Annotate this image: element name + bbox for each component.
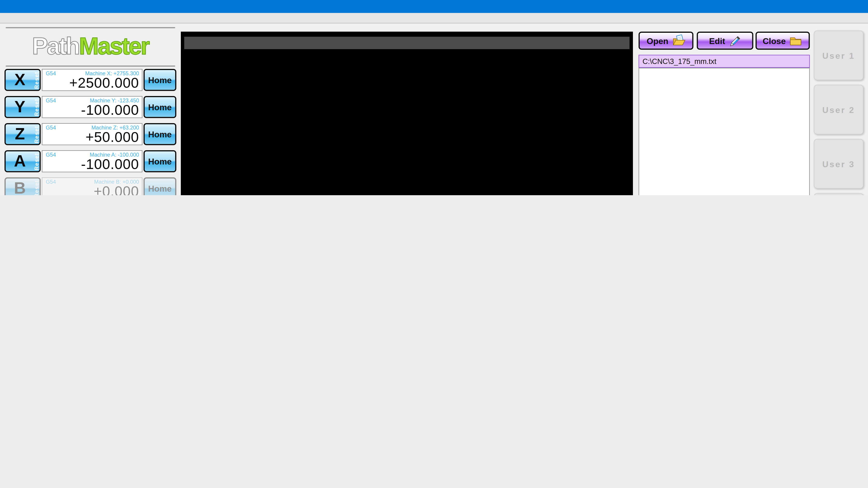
axis-y-dro[interactable]: G54Machine Y: -123.450-100.000 <box>42 96 143 118</box>
app-logo: PathMaster <box>4 28 176 64</box>
home-z-button[interactable]: Home <box>144 123 176 145</box>
logo-master-text: Master <box>79 33 149 60</box>
gcode-file-list[interactable] <box>639 68 810 195</box>
edit-label: Edit <box>709 36 725 46</box>
edit-pencil-icon <box>728 35 741 47</box>
user-button-1[interactable]: User 1 <box>814 31 864 80</box>
home-x-button[interactable]: Home <box>144 69 176 91</box>
logo-divider-bottom <box>6 66 175 67</box>
axis-position-value: +50.000 <box>86 129 139 144</box>
home-y-button[interactable]: Home <box>144 96 176 118</box>
axis-y-reset-button[interactable]: YReset <box>4 96 41 118</box>
axis-letter: Z <box>15 125 25 143</box>
axis-letter: A <box>14 152 26 170</box>
axis-z-reset-button[interactable]: ZReset <box>4 123 41 145</box>
axis-position-value: -100.000 <box>81 156 139 172</box>
axis-row-z: ZResetG54Machine Z: +63.200+50.000Home <box>4 123 176 145</box>
axis-reset-label: Reset <box>33 153 40 170</box>
axis-b-reset-button[interactable]: BReset <box>4 177 41 195</box>
axis-row-x: XResetG54Machine X: +2755.300+2500.000Ho… <box>4 69 176 91</box>
axis-row-a: AResetG54Machine A: -100.000-100.000Home <box>4 150 176 172</box>
axis-x-reset-button[interactable]: XReset <box>4 69 41 91</box>
axis-z-dro[interactable]: G54Machine Z: +63.200+50.000 <box>42 123 143 145</box>
logo-path-text: Path <box>32 33 79 60</box>
wcs-label: G54 <box>46 124 56 131</box>
toolpath-view[interactable] <box>181 32 633 195</box>
axis-letter: X <box>14 70 25 89</box>
toolpath-progress-bar <box>184 37 629 49</box>
axis-letter: B <box>14 179 26 195</box>
wcs-label: G54 <box>46 151 56 158</box>
loaded-file-path[interactable]: C:\CNC\3_175_mm.txt <box>639 55 810 68</box>
close-folder-icon <box>789 35 803 47</box>
edit-file-button[interactable]: Edit <box>697 32 753 50</box>
axis-row-y: YResetG54Machine Y: -123.450-100.000Home <box>4 96 176 118</box>
axis-dro-panel: XResetG54Machine X: +2755.300+2500.000Ho… <box>4 69 176 195</box>
axis-a-reset-button[interactable]: AReset <box>4 150 41 172</box>
axis-reset-label: Reset <box>33 125 40 143</box>
pathmaster-window: PathMaster XResetG54Machine X: +2755.300… <box>0 0 868 195</box>
axis-position-value: -100.000 <box>81 102 139 118</box>
open-label: Open <box>647 36 669 46</box>
axis-letter: Y <box>14 97 25 116</box>
open-file-button[interactable]: Open <box>639 32 693 50</box>
program-panel: Open Edit Close C:\CNC\3_175_mm.txt 18:3… <box>639 0 810 195</box>
axis-a-dro[interactable]: G54Machine A: -100.000-100.000 <box>42 150 143 172</box>
user-button-2[interactable]: User 2 <box>814 85 864 134</box>
home-b-button[interactable]: Home <box>144 177 176 195</box>
axis-position-value: +0.000 <box>94 183 139 195</box>
file-path-text: C:\CNC\3_175_mm.txt <box>643 57 717 66</box>
wcs-label: G54 <box>46 178 56 185</box>
axis-reset-label: Reset <box>33 180 40 195</box>
home-a-button[interactable]: Home <box>144 150 176 172</box>
user-button-3[interactable]: User 3 <box>814 139 864 189</box>
user-button-4[interactable]: User 4 <box>814 193 864 195</box>
axis-reset-label: Reset <box>33 71 40 89</box>
open-folder-icon <box>672 35 685 47</box>
wcs-label: G54 <box>46 70 56 76</box>
close-label: Close <box>763 36 786 46</box>
axis-row-b: BResetG54Machine B: +0.000+0.000Home <box>4 177 176 195</box>
axis-x-dro[interactable]: G54Machine X: +2755.300+2500.000 <box>42 69 143 91</box>
axis-position-value: +2500.000 <box>69 75 139 90</box>
wcs-label: G54 <box>46 97 56 103</box>
axis-b-dro[interactable]: G54Machine B: +0.000+0.000 <box>42 177 143 195</box>
axis-reset-label: Reset <box>33 98 40 116</box>
close-file-button[interactable]: Close <box>756 32 810 50</box>
